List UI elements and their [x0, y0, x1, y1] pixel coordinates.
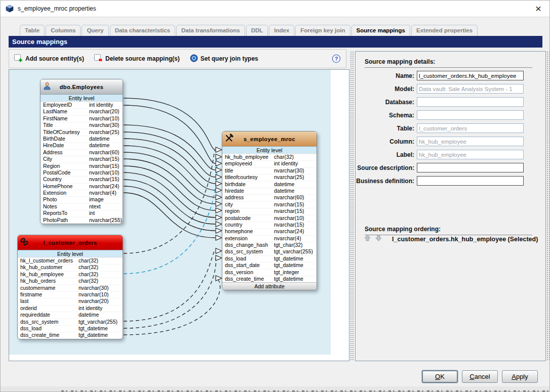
entity-level-row[interactable]: Entity level [222, 147, 317, 154]
attribute-row[interactable]: customername nvarchar(30) [18, 285, 123, 291]
tab-query[interactable]: Query [82, 25, 108, 36]
move-down-icon[interactable] [375, 234, 382, 244]
attribute-row[interactable]: dss_load tgt_datetime [18, 325, 123, 332]
attribute-row[interactable]: Country nvarchar(15) [41, 176, 123, 183]
ok-button[interactable]: OK [422, 370, 458, 383]
attribute-name: address [222, 194, 274, 201]
attribute-row[interactable]: firstname nvarchar(10) [18, 291, 123, 298]
attribute-row[interactable]: title nvarchar(30) [222, 167, 317, 174]
attribute-row[interactable]: country nvarchar(15) [222, 222, 317, 228]
attribute-row[interactable]: dss_src_system tgt_varchar(255) [222, 248, 317, 255]
attribute-row[interactable]: City nvarchar(15) [41, 156, 123, 162]
tab-columns[interactable]: Columns [46, 25, 81, 36]
attribute-row[interactable]: EmployeeID int identity [41, 102, 123, 108]
attribute-row[interactable]: Extension nvarchar(4) [41, 190, 123, 196]
attribute-row[interactable]: hk_hub_employee char(32) [222, 154, 317, 160]
column-input[interactable] [417, 137, 524, 146]
attribute-row[interactable]: PhotoPath nvarchar(255) [41, 217, 123, 224]
attribute-row[interactable]: requireddate datetime [18, 312, 123, 318]
attribute-row[interactable]: Address nvarchar(60) [41, 149, 123, 156]
attribute-row[interactable]: hk_hub_employee char(32) [18, 271, 123, 278]
table-input[interactable] [417, 123, 524, 133]
attribute-row[interactable]: hk_hub_orders char(32) [18, 278, 123, 284]
attribute-row[interactable]: FirstName nvarchar(10) [41, 115, 123, 122]
attribute-row[interactable]: Photo image [41, 196, 123, 203]
attribute-row[interactable]: city nvarchar(15) [222, 201, 317, 208]
attribute-row[interactable]: dss_create_time tgt_datetime [222, 276, 317, 282]
panel-splitter[interactable] [350, 51, 354, 361]
attribute-row[interactable]: LastName nvarchar(20) [41, 108, 123, 115]
table-field-row: Table: [356, 123, 545, 133]
tab-foreign-key-join[interactable]: Foreign key join [295, 25, 350, 36]
database-input[interactable] [417, 97, 524, 107]
move-up-icon[interactable] [364, 234, 371, 244]
attribute-row[interactable]: dss_src_system tgt_varchar(255) [18, 319, 123, 325]
right-scroll-strip[interactable] [546, 51, 550, 361]
attribute-row[interactable]: dss_load tgt_datetime [222, 255, 317, 262]
entity-header[interactable]: dbo.Employees [41, 79, 123, 95]
attribute-row[interactable]: Title nvarchar(30) [41, 122, 123, 128]
close-icon[interactable]: × [532, 4, 544, 14]
attribute-name: hiredate [222, 188, 274, 194]
apply-button[interactable]: Apply [502, 370, 538, 383]
attribute-row[interactable]: postalcode nvarchar(10) [222, 215, 317, 222]
attribute-row[interactable]: region nvarchar(15) [222, 208, 317, 214]
attribute-row[interactable]: hk_hub_customer char(32) [18, 264, 123, 271]
attribute-row[interactable]: BirthDate datetime [41, 136, 123, 142]
set-query-join-types-button[interactable]: Set query join types [190, 54, 258, 64]
tab-index[interactable]: Index [269, 25, 294, 36]
attribute-row[interactable]: titleofcourtesy nvarchar(25) [222, 174, 317, 181]
attribute-type: nvarchar(10) [274, 215, 317, 222]
attribute-row[interactable]: dss_start_date tgt_datetime [222, 262, 317, 269]
attribute-row[interactable]: HireDate datetime [41, 142, 123, 149]
attribute-row[interactable]: Region nvarchar(15) [41, 163, 123, 169]
tab-extended-properties[interactable]: Extended properties [411, 25, 478, 36]
tab-data-transformations[interactable]: Data transformations [176, 25, 245, 36]
attribute-row[interactable]: hiredate datetime [222, 188, 317, 194]
attribute-name: region [222, 208, 274, 214]
tab-data-characteristics[interactable]: Data characteristics [110, 25, 175, 36]
attribute-row[interactable]: birthdate datetime [222, 181, 317, 188]
entity-header[interactable]: l_customer_orders [18, 235, 123, 250]
attribute-row[interactable]: dss_create_time tgt_datetime [18, 332, 123, 338]
schema-input[interactable] [417, 110, 524, 120]
attribute-row[interactable]: last nvarchar(20) [18, 298, 123, 304]
attribute-name: city [222, 201, 274, 208]
tab-ddl[interactable]: DDL [246, 25, 268, 36]
entity-s-employee-mroc[interactable]: s_employee_mroc Entity level hk_hub_empl… [222, 131, 317, 290]
add-attribute-button[interactable]: Add attribute [222, 282, 317, 290]
model-input[interactable] [417, 84, 524, 94]
delete-source-mapping-button[interactable]: Delete source mapping(s) [94, 54, 180, 64]
tab-table[interactable]: Table [20, 25, 45, 36]
cancel-button[interactable]: Cancel [462, 370, 498, 383]
entity-level-row[interactable]: Entity level [41, 95, 123, 102]
attribute-row[interactable]: dss_change_hash tgt_char(32) [222, 242, 317, 248]
attribute-row[interactable]: extension nvarchar(4) [222, 235, 317, 242]
entity-header[interactable]: s_employee_mroc [222, 132, 317, 147]
attribute-row[interactable]: PostalCode nvarchar(10) [41, 169, 123, 176]
attribute-type: char(32) [78, 264, 123, 271]
attribute-row[interactable]: homephone nvarchar(24) [222, 228, 317, 235]
attribute-row[interactable]: TitleOfCourtesy nvarchar(25) [41, 129, 123, 136]
attribute-row[interactable]: orderid int identity [18, 305, 123, 312]
ordering-item[interactable]: l_customer_orders.hk_hub_employee (Selec… [392, 236, 538, 243]
business-definition-input[interactable] [417, 176, 524, 186]
attribute-type: nvarchar(15) [89, 156, 123, 162]
help-icon[interactable]: ? [332, 54, 341, 63]
attribute-row[interactable]: address nvarchar(60) [222, 194, 317, 201]
entity-level-row[interactable]: Entity level [18, 250, 123, 257]
name-input[interactable] [417, 71, 524, 80]
attribute-row[interactable]: dss_version tgt_integer [222, 269, 317, 276]
add-source-entity-button[interactable]: Add source entity(s) [14, 54, 84, 64]
attribute-row[interactable]: employeeid int identity [222, 160, 317, 167]
entity-l-customer-orders[interactable]: l_customer_orders Entity level hk_l_cust… [17, 235, 123, 339]
attribute-row[interactable]: HomePhone nvarchar(24) [41, 183, 123, 190]
source-description-input[interactable] [417, 163, 524, 172]
attribute-row[interactable]: ReportsTo int [41, 210, 123, 216]
entity-dbo-employees[interactable]: dbo.Employees Entity level EmployeeID in… [40, 79, 123, 224]
attribute-row[interactable]: Notes ntext [41, 203, 123, 210]
tab-source-mappings[interactable]: Source mappings [351, 25, 411, 36]
attribute-row[interactable]: hk_l_customer_orders char(32) [18, 257, 123, 264]
label-input[interactable] [417, 150, 524, 159]
attribute-name: hk_hub_orders [18, 278, 78, 284]
